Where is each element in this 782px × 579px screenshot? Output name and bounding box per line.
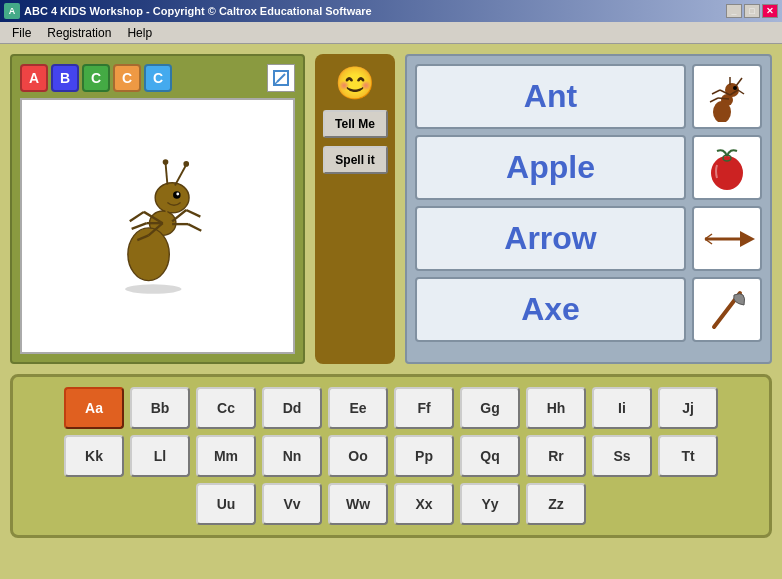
- key-button-mm[interactable]: Mm: [196, 435, 256, 477]
- svg-point-10: [162, 159, 168, 165]
- key-button-rr[interactable]: Rr: [526, 435, 586, 477]
- menu-registration[interactable]: Registration: [39, 24, 119, 42]
- word-row-apple: Apple: [415, 135, 762, 200]
- key-row-3: UuVvWwXxYyZz: [28, 483, 754, 525]
- svg-point-12: [176, 193, 179, 196]
- key-button-bb[interactable]: Bb: [130, 387, 190, 429]
- key-button-hh[interactable]: Hh: [526, 387, 586, 429]
- block-c2: C: [113, 64, 141, 92]
- menu-help[interactable]: Help: [119, 24, 160, 42]
- pencil-button[interactable]: [267, 64, 295, 92]
- key-button-ll[interactable]: Ll: [130, 435, 190, 477]
- key-button-vv[interactable]: Vv: [262, 483, 322, 525]
- word-image-ant[interactable]: [692, 64, 762, 129]
- title-bar: A ABC 4 KIDS Workshop - Copyright © Calt…: [0, 0, 782, 22]
- key-button-ee[interactable]: Ee: [328, 387, 388, 429]
- main-content: A B C C C: [0, 44, 782, 579]
- image-frame: [20, 98, 295, 354]
- svg-point-3: [155, 183, 189, 213]
- svg-marker-39: [740, 231, 755, 247]
- key-button-gg[interactable]: Gg: [460, 387, 520, 429]
- ant-image: [88, 146, 228, 306]
- svg-line-32: [738, 90, 744, 94]
- svg-line-33: [736, 78, 742, 86]
- apple-icon: [702, 143, 752, 193]
- word-image-apple[interactable]: [692, 135, 762, 200]
- key-row-1: AaBbCcDdEeFfGgHhIiJj: [28, 387, 754, 429]
- key-button-qq[interactable]: Qq: [460, 435, 520, 477]
- svg-line-28: [712, 90, 720, 94]
- key-button-cc[interactable]: Cc: [196, 387, 256, 429]
- word-button-ant[interactable]: Ant: [415, 64, 686, 129]
- menu-bar: File Registration Help: [0, 22, 782, 44]
- word-image-axe[interactable]: [692, 277, 762, 342]
- tell-me-button[interactable]: Tell Me: [323, 110, 388, 138]
- menu-file[interactable]: File: [4, 24, 39, 42]
- svg-line-14: [129, 212, 143, 221]
- svg-line-30: [710, 98, 718, 102]
- axe-icon: [702, 285, 752, 335]
- key-button-ff[interactable]: Ff: [394, 387, 454, 429]
- svg-point-35: [733, 86, 737, 90]
- window-title: ABC 4 KIDS Workshop - Copyright © Caltro…: [24, 5, 372, 17]
- svg-line-22: [188, 224, 201, 231]
- key-button-nn[interactable]: Nn: [262, 435, 322, 477]
- block-c: C: [82, 64, 110, 92]
- word-button-axe[interactable]: Axe: [415, 277, 686, 342]
- key-button-ii[interactable]: Ii: [592, 387, 652, 429]
- svg-line-2: [275, 82, 277, 84]
- svg-line-1: [277, 74, 285, 82]
- minimize-button[interactable]: _: [726, 4, 742, 18]
- key-button-zz[interactable]: Zz: [526, 483, 586, 525]
- svg-line-8: [165, 163, 167, 185]
- key-button-ss[interactable]: Ss: [592, 435, 652, 477]
- svg-point-23: [125, 284, 181, 293]
- spell-it-button[interactable]: Spell it: [323, 146, 388, 174]
- close-button[interactable]: ✕: [762, 4, 778, 18]
- word-button-arrow[interactable]: Arrow: [415, 206, 686, 271]
- app-icon: A: [4, 3, 20, 19]
- ant-icon: [702, 72, 752, 122]
- key-button-uu[interactable]: Uu: [196, 483, 256, 525]
- abc-blocks: A B C C C: [20, 64, 172, 92]
- key-button-tt[interactable]: Tt: [658, 435, 718, 477]
- key-button-kk[interactable]: Kk: [64, 435, 124, 477]
- block-b: B: [51, 64, 79, 92]
- panel-header: A B C C C: [20, 64, 295, 92]
- maximize-button[interactable]: □: [744, 4, 760, 18]
- word-row-arrow: Arrow: [415, 206, 762, 271]
- word-list-panel: Ant: [405, 54, 772, 364]
- svg-line-7: [174, 165, 185, 186]
- smiley-face: 😊: [335, 64, 375, 102]
- left-panel: A B C C C: [10, 54, 305, 364]
- svg-line-29: [718, 98, 729, 99]
- arrow-icon: [700, 219, 755, 259]
- pencil-icon: [272, 69, 290, 87]
- key-button-oo[interactable]: Oo: [328, 435, 388, 477]
- key-button-dd[interactable]: Dd: [262, 387, 322, 429]
- key-button-pp[interactable]: Pp: [394, 435, 454, 477]
- word-image-arrow[interactable]: [692, 206, 762, 271]
- key-button-ww[interactable]: Ww: [328, 483, 388, 525]
- key-row-2: KkLlMmNnOoPpQqRrSsTt: [28, 435, 754, 477]
- key-button-xx[interactable]: Xx: [394, 483, 454, 525]
- key-button-jj[interactable]: Jj: [658, 387, 718, 429]
- svg-line-20: [186, 210, 200, 217]
- block-c3: C: [144, 64, 172, 92]
- word-button-apple[interactable]: Apple: [415, 135, 686, 200]
- top-section: A B C C C: [10, 54, 772, 364]
- key-button-aa[interactable]: Aa: [64, 387, 124, 429]
- word-row-ant: Ant: [415, 64, 762, 129]
- block-a: A: [20, 64, 48, 92]
- svg-point-9: [183, 161, 189, 167]
- window-controls: _ □ ✕: [726, 4, 778, 18]
- word-row-axe: Axe: [415, 277, 762, 342]
- keyboard-section: AaBbCcDdEeFfGgHhIiJj KkLlMmNnOoPpQqRrSsT…: [10, 374, 772, 538]
- key-button-yy[interactable]: Yy: [460, 483, 520, 525]
- middle-panel: 😊 Tell Me Spell it: [315, 54, 395, 364]
- svg-point-26: [713, 101, 731, 122]
